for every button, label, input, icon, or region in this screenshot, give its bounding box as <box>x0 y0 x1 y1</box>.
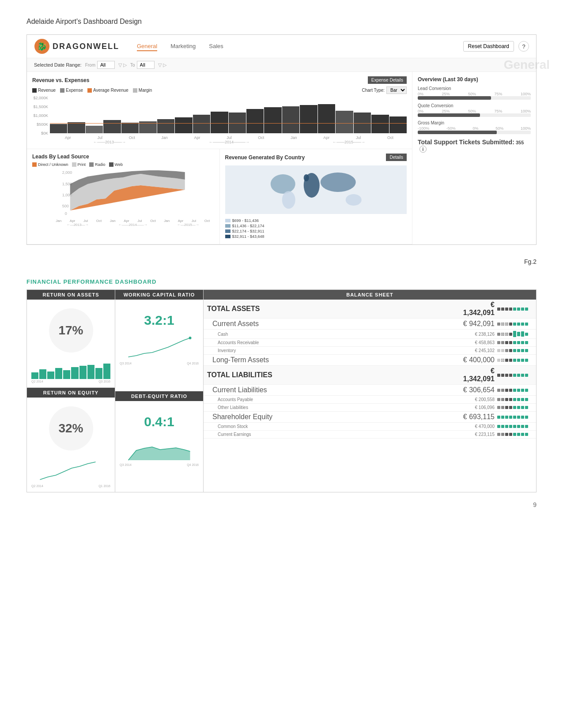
lead-conversion-scale: 0%25%50%75%100% <box>418 92 531 96</box>
bar <box>318 104 335 133</box>
legend-revenue-label: Revenue <box>38 88 56 93</box>
svg-point-14 <box>320 173 355 192</box>
return-on-assets-panel: RETURN ON ASSETS 17% <box>27 290 115 388</box>
expense-dot <box>60 88 64 93</box>
dw-logo-text: DRAGONWELL <box>53 42 119 51</box>
y-axis-labels: $2,000K $1,500K $1,000K $500K $0K <box>32 96 50 135</box>
shareholder-equity-sparkline <box>497 416 533 419</box>
expense-details-button[interactable]: Expense Details <box>368 76 407 84</box>
common-stock-label: Common Stock <box>218 424 457 429</box>
map-legend-item-3: $22,174 - $32,911 <box>225 229 407 233</box>
bar <box>371 115 389 134</box>
quote-conversion-label: Quote Conversion <box>418 103 531 108</box>
debt-equity-panel: DEBT-EQUITY RATIO 0.4:1 Q3 2014Q4 2016 <box>115 391 203 492</box>
roa-bar <box>39 369 46 379</box>
dw-header: 🐉 DRAGONWELL General Marketing Sales Res… <box>27 35 536 58</box>
filter-to-label: To <box>130 63 135 68</box>
map-details-button[interactable]: Details <box>386 154 407 161</box>
dw-bottom-row: Leads By Lead Source Direct / Unknown Pr… <box>27 149 412 244</box>
wcr-line-chart <box>120 336 199 360</box>
bar-chart-bars <box>50 96 407 133</box>
fig-label: Fg.2 <box>26 258 537 265</box>
current-liabilities-label: Current Liabilities <box>212 386 457 394</box>
legend-revenue: Revenue <box>32 86 56 94</box>
total-liabilities-label: TOTAL LIABILITIES <box>207 371 457 379</box>
balance-row-total-assets: TOTAL ASSETS € 1,342,091 <box>204 300 536 319</box>
margin-dot <box>133 88 137 93</box>
balance-row-shareholder-equity: Shareholder Equity € 693,115 <box>204 412 536 423</box>
wcr-body: 3.2:1 Q3 2014Q4 2016 <box>115 300 203 369</box>
chart-type-select[interactable]: Bar <box>386 86 407 94</box>
reset-dashboard-button[interactable]: Reset Dashboard <box>463 41 514 52</box>
svg-text:500: 500 <box>62 204 69 208</box>
overview-title: Overview (Last 30 days) <box>418 76 531 83</box>
leads-legend: Direct / Unknown Print Radio Web <box>32 162 214 167</box>
lead-conversion-label: Lead Conversion <box>418 86 531 91</box>
lead-conversion-item: Lead Conversion 0%25%50%75%100% <box>418 86 531 100</box>
filter-from-input[interactable] <box>97 61 115 69</box>
total-liabilities-value: € 1,342,091 <box>457 367 497 383</box>
roa-bar <box>87 365 94 379</box>
nav-sales[interactable]: Sales <box>209 42 223 51</box>
balance-row-current-earnings: Current Earnings € 223,115 <box>204 431 536 439</box>
dw-overview-panel: Overview (Last 30 days) Lead Conversion … <box>412 72 536 244</box>
gross-margin-scale: -100%-50%0%50%100% <box>418 126 531 131</box>
middle-panels: WORKING CAPITAL RATIO 3.2:1 Q3 2014Q4 20… <box>115 290 204 492</box>
quote-conversion-bar <box>418 113 531 117</box>
gross-margin-bar <box>418 131 531 134</box>
legend-direct: Direct / Unknown <box>32 162 68 167</box>
der-body: 0.4:1 Q3 2014Q4 2016 <box>115 401 203 471</box>
map-section: Revenue Generated By Country Details <box>220 149 412 244</box>
svg-point-16 <box>189 337 192 339</box>
return-on-equity-panel: RETURN ON EQUITY 32% Q2 2014Q1 2016 <box>27 388 115 492</box>
inventory-sparkline <box>497 349 533 352</box>
common-stock-sparkline <box>497 425 533 428</box>
revenue-section-title: Revenue vs. Expenses <box>32 77 89 83</box>
help-button[interactable]: ? <box>518 41 529 52</box>
roa-bar <box>47 372 54 379</box>
nav-marketing[interactable]: Marketing <box>170 42 196 51</box>
revenue-legend: Revenue Expense Average Revenue Margin <box>32 86 407 94</box>
svg-text:2,000: 2,000 <box>62 170 72 175</box>
current-liabilities-value: € 306,654 <box>457 386 497 394</box>
balance-row-accounts-payable: Accounts Payable € 200,558 <box>204 396 536 404</box>
balance-row-common-stock: Common Stock € 470,000 <box>204 423 536 431</box>
revenue-section-header: Revenue vs. Expenses Expense Details <box>32 76 407 84</box>
lead-conversion-bar <box>418 96 531 100</box>
current-liabilities-sparkline <box>497 389 533 392</box>
wcr-value: 3.2:1 <box>120 313 199 328</box>
der-x-labels: Q3 2014Q4 2016 <box>120 463 199 466</box>
roa-bar-chart <box>31 357 110 379</box>
long-term-assets-value: € 400,000 <box>457 356 497 364</box>
inventory-value: € 245,102 <box>457 348 497 353</box>
legend-web: Web <box>109 162 123 167</box>
chart-type-label: Chart Type: <box>362 88 385 93</box>
x-axis-labels: AprJulOct JanAprJulOct JanAprJulOct <box>32 135 407 140</box>
revenue-expenses-section: Revenue vs. Expenses Expense Details Rev… <box>27 72 412 149</box>
filter-selected-date-label: Selected Date Range: <box>34 62 82 68</box>
legend-margin: Margin <box>133 86 152 94</box>
map-color-1 <box>225 219 230 222</box>
support-tickets-label: Total Support Tickets Submitted: <box>418 139 514 146</box>
total-assets-label: TOTAL ASSETS <box>207 305 457 313</box>
revenue-bar-chart: $2,000K $1,500K $1,000K $500K $0K <box>32 96 407 135</box>
dw-logo-icon: 🐉 <box>34 38 50 54</box>
cash-sparkline <box>497 331 533 337</box>
financial-performance-dashboard: FINANCIAL PERFORMANCE DASHBOARD RETURN O… <box>26 278 537 492</box>
bar <box>246 109 264 133</box>
map-legend-item-4: $32,911 - $43,648 <box>225 234 407 239</box>
dw-logo: 🐉 DRAGONWELL <box>34 38 119 54</box>
roa-bar <box>63 370 70 379</box>
legend-margin-label: Margin <box>139 88 152 93</box>
bar <box>157 119 174 133</box>
filter-to-input[interactable] <box>137 61 155 69</box>
nav-general[interactable]: General <box>137 42 157 51</box>
gross-margin-label: Gross Margin <box>418 120 531 125</box>
left-panels: RETURN ON ASSETS 17% <box>27 290 115 492</box>
roa-body: 17% <box>27 300 115 387</box>
support-tickets-info-icon[interactable]: i <box>419 146 427 153</box>
total-assets-value: € 1,342,091 <box>457 301 497 317</box>
map-range-2: $11,436 - $22,174 <box>232 224 264 228</box>
legend-expense: Expense <box>60 86 83 94</box>
balance-sheet-header: BALANCE SHEET <box>204 290 536 300</box>
